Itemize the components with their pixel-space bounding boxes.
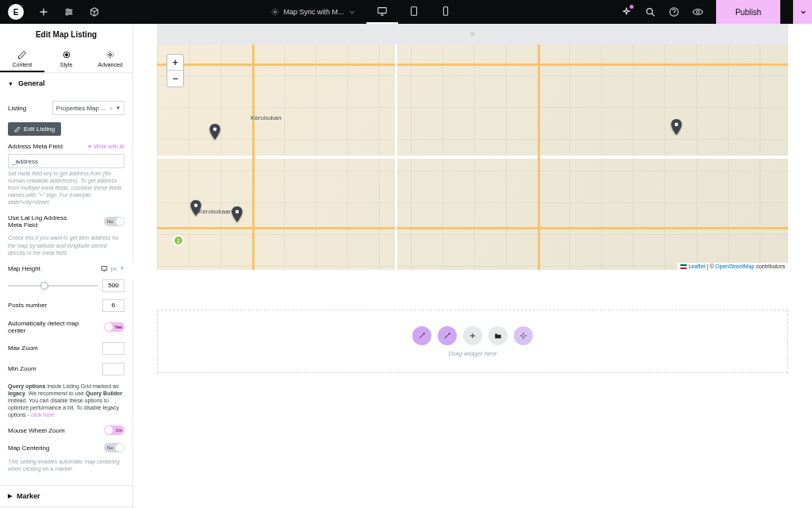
dropzone-action-2[interactable] — [438, 326, 457, 345]
gear-icon — [105, 50, 115, 60]
section-general-toggle[interactable]: ▼ General — [0, 73, 132, 94]
svg-point-7 — [647, 9, 653, 14]
publish-options-button[interactable] — [793, 0, 812, 24]
dropzone-hint: Drag widget here — [449, 350, 497, 357]
map-centering-label: Map Centering — [8, 444, 49, 452]
notifications-icon[interactable] — [621, 6, 632, 17]
svg-point-18 — [675, 122, 678, 125]
close-icon[interactable]: × — [109, 106, 113, 111]
wand-icon — [443, 332, 451, 340]
elementor-logo[interactable]: E — [8, 4, 24, 20]
map-attribution: Leaflet | © OpenStreetMap contributors — [677, 263, 788, 270]
svg-point-17 — [236, 210, 239, 213]
preview-icon[interactable] — [692, 6, 703, 17]
search-icon[interactable] — [645, 6, 656, 17]
section-marker-toggle[interactable]: ▶Marker — [0, 486, 132, 506]
mobile-icon — [440, 6, 451, 17]
device-mobile-button[interactable] — [430, 0, 462, 24]
map-centering-toggle[interactable]: No — [104, 443, 124, 452]
dropzone-folder[interactable] — [488, 326, 508, 345]
min-zoom-label: Min Zoom — [8, 365, 36, 372]
address-meta-label: Address Meta Field — [8, 143, 63, 150]
gear-icon — [271, 8, 279, 16]
dropzone-ai[interactable] — [514, 326, 533, 345]
posts-number-input[interactable] — [102, 299, 124, 312]
svg-point-0 — [67, 9, 69, 11]
flag-icon — [680, 264, 687, 269]
dropzone-action-1[interactable] — [412, 326, 431, 345]
zoom-out-button[interactable]: − — [167, 71, 183, 87]
address-help-text: Set meta field key to get address from (… — [8, 168, 124, 210]
sparkle-icon — [519, 332, 527, 340]
svg-point-9 — [696, 10, 699, 13]
use-latlng-label: Use Lat Lng Address Meta Field — [8, 214, 79, 229]
map-marker[interactable] — [671, 119, 682, 135]
widget-dropzone[interactable]: Drag widget here — [157, 310, 788, 373]
listing-label: Listing — [8, 105, 26, 112]
write-with-ai-link[interactable]: ✦ Write with AI — [87, 144, 124, 150]
zoom-in-button[interactable]: + — [167, 55, 183, 71]
map-place-label: Kerobokaan — [198, 208, 232, 215]
caret-right-icon: ▶ — [8, 493, 12, 499]
svg-point-12 — [109, 54, 112, 56]
style-icon — [62, 50, 71, 60]
wand-icon — [418, 332, 426, 340]
device-desktop-button[interactable] — [366, 0, 398, 24]
preview-canvas: Kerobokan Kerobokaan 2 + − Leaflet | © O… — [133, 24, 812, 508]
structure-icon[interactable] — [89, 6, 100, 17]
use-latlng-toggle[interactable]: No — [104, 217, 124, 226]
map-marker[interactable] — [190, 200, 201, 216]
desktop-icon[interactable] — [101, 265, 108, 272]
svg-point-14 — [470, 32, 475, 37]
add-icon[interactable] — [38, 6, 49, 17]
caret-down-icon: ▼ — [8, 81, 13, 87]
document-name: Map Sync with M... — [284, 8, 344, 16]
chevron-down-icon[interactable]: ▼ — [120, 266, 124, 271]
publish-button[interactable]: Publish — [716, 0, 780, 24]
map-marker[interactable] — [232, 206, 243, 222]
osm-link[interactable]: OpenStreetMap — [715, 264, 754, 269]
posts-number-label: Posts number — [8, 302, 47, 309]
edit-listing-button[interactable]: Edit Listing — [8, 122, 61, 136]
folder-icon — [494, 332, 502, 340]
cluster-badge[interactable]: 2 — [173, 235, 184, 246]
document-selector[interactable]: Map Sync with M... — [260, 0, 366, 24]
auto-center-toggle[interactable]: Yes — [104, 322, 124, 332]
mouse-zoom-label: Mouse Wheel Zoom — [8, 427, 65, 434]
map-height-slider[interactable] — [8, 285, 98, 287]
auto-center-label: Automatically detect map center — [8, 320, 79, 334]
pencil-icon — [17, 50, 27, 60]
svg-rect-6 — [443, 7, 447, 16]
svg-point-16 — [194, 203, 197, 206]
tab-advanced[interactable]: Advanced — [88, 45, 132, 72]
max-zoom-input[interactable] — [102, 342, 124, 355]
map-place-label: Kerobokan — [251, 114, 282, 121]
preview-header — [157, 24, 788, 44]
legacy-disable-link[interactable]: click here — [31, 412, 55, 418]
listing-select[interactable]: Properties Map ... × ▼ — [52, 101, 124, 115]
dropzone-add[interactable] — [463, 326, 482, 345]
tab-content[interactable]: Content — [0, 45, 44, 72]
desktop-icon — [377, 6, 388, 17]
leaflet-link[interactable]: Leaflet — [688, 264, 705, 269]
min-zoom-input[interactable] — [102, 363, 124, 375]
topbar: E Map Sync with M... Publish — [0, 0, 812, 24]
max-zoom-label: Max Zoom — [8, 344, 38, 352]
mouse-zoom-toggle[interactable]: On — [104, 425, 124, 435]
tab-style[interactable]: Style — [44, 45, 89, 72]
map-centering-help: This setting enables automatic map cente… — [8, 456, 124, 477]
settings-sliders-icon[interactable] — [63, 6, 75, 17]
legacy-note: Query options inside Listing Grid marked… — [8, 379, 124, 421]
editor-sidebar: Edit Map Listing Content Style Advanced … — [0, 24, 133, 508]
map-marker[interactable] — [209, 124, 220, 140]
map-height-input[interactable] — [102, 279, 124, 292]
map-widget[interactable]: Kerobokan Kerobokaan 2 + − Leaflet | © O… — [157, 44, 788, 270]
address-meta-input[interactable] — [8, 154, 124, 168]
pencil-icon — [14, 126, 21, 133]
map-height-label: Map Height — [8, 265, 40, 272]
device-tablet-button[interactable] — [398, 0, 430, 24]
panel-title: Edit Map Listing — [0, 24, 132, 45]
svg-point-1 — [69, 11, 71, 13]
help-icon[interactable] — [668, 6, 680, 17]
chevron-down-icon — [349, 9, 355, 15]
